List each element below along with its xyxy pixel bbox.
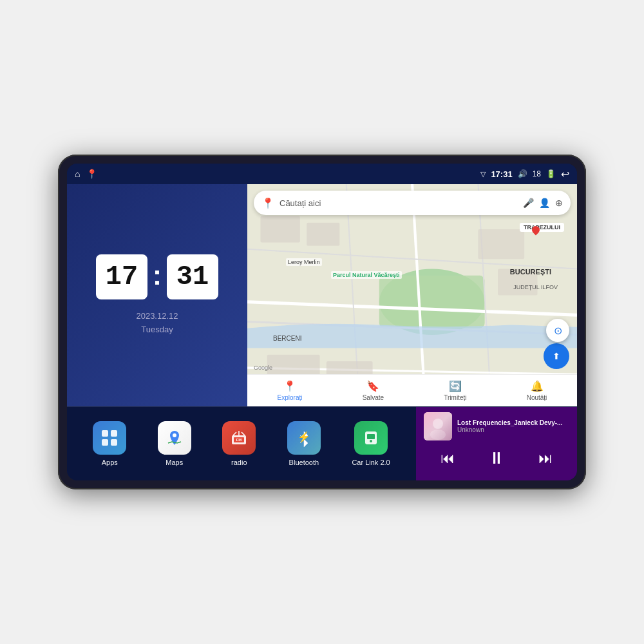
apps-panel: Apps Maps	[67, 407, 416, 480]
maps-label: Maps	[166, 459, 183, 466]
maps-icon-wrapper	[158, 421, 191, 455]
map-nav-share[interactable]: 🔄 Trimiteți	[444, 380, 466, 401]
map-nav-updates[interactable]: 🔔 Noutăți	[527, 380, 547, 401]
clock-date: 2023.12.12 Tuesday	[136, 310, 178, 337]
radio-icon-wrapper: FM	[222, 421, 256, 455]
music-panel: Lost Frequencies_Janieck Devy-... Unknow…	[416, 407, 577, 480]
svg-point-30	[370, 440, 372, 442]
map-search-bar[interactable]: 📍 Căutați aici 🎤 👤 ⊕	[254, 191, 571, 215]
map-bottom-nav: 📍 Explorați 🔖 Salvate 🔄 Trimiteți �	[247, 374, 577, 406]
svg-point-33	[430, 430, 446, 440]
my-location-button[interactable]: ⊙	[546, 319, 569, 342]
status-bar-right: ▽ 17:31 🔊 18 🔋 ↩	[480, 168, 569, 180]
map-nav-saved[interactable]: 🔖 Salvate	[363, 380, 384, 401]
svg-rect-11	[307, 223, 339, 246]
map-navigate-button[interactable]: ⬆	[544, 343, 569, 369]
home-icon[interactable]: ⌂	[75, 169, 80, 179]
music-controls: ⏮ ⏸ ⏭	[424, 446, 569, 471]
carlink-label: Car Link 2.0	[352, 459, 390, 466]
svg-rect-18	[102, 439, 108, 446]
svg-rect-12	[478, 229, 524, 259]
play-pause-button[interactable]: ⏸	[483, 446, 510, 471]
map-search-text[interactable]: Căutați aici	[279, 198, 518, 208]
status-bar: ⌂ 📍 ▽ 17:31 🔊 18 🔋 ↩	[67, 164, 577, 184]
music-text: Lost Frequencies_Janieck Devy-... Unknow…	[457, 419, 569, 433]
svg-text:⚡: ⚡	[298, 431, 310, 443]
bluetooth-icon-wrapper: ⚡	[287, 421, 321, 455]
layers-icon[interactable]: ⊕	[555, 198, 563, 208]
svg-line-24	[233, 432, 236, 435]
time-display: 17:31	[491, 169, 512, 179]
next-button[interactable]: ⏭	[533, 448, 558, 469]
share-icon: 🔄	[449, 380, 462, 392]
top-section: 17 : 31 2023.12.12 Tuesday	[67, 184, 577, 406]
maps-nav-icon[interactable]: 📍	[86, 169, 97, 179]
map-nav-explore[interactable]: 📍 Explorați	[278, 380, 303, 401]
navigate-arrow-icon: ⬆	[553, 351, 560, 361]
music-artist: Unknown	[457, 426, 569, 433]
clock-hour: 17	[96, 254, 147, 299]
map-label-parcul: Parcul Natural Văcărești	[331, 271, 402, 279]
location-target-icon: ⊙	[554, 325, 562, 337]
clock-panel: 17 : 31 2023.12.12 Tuesday	[67, 184, 247, 406]
volume-level: 18	[533, 169, 541, 178]
map-label-bucuresti: BUCUREȘTI	[510, 268, 551, 276]
svg-rect-10	[260, 216, 299, 243]
status-bar-left: ⌂ 📍	[75, 169, 97, 179]
maps-pin-icon: 📍	[261, 197, 274, 209]
map-label-leroy: Leroy Merlin	[286, 258, 322, 266]
share-label: Trimiteți	[444, 394, 466, 401]
car-headunit-device: ⌂ 📍 ▽ 17:31 🔊 18 🔋 ↩ 17 :	[58, 155, 586, 489]
svg-rect-16	[102, 430, 108, 437]
svg-rect-19	[111, 439, 117, 446]
app-item-apps[interactable]: Apps	[93, 421, 126, 466]
svg-point-32	[433, 419, 443, 429]
map-google-logo: Google	[254, 365, 272, 371]
device-screen: ⌂ 📍 ▽ 17:31 🔊 18 🔋 ↩ 17 :	[67, 164, 577, 480]
music-title: Lost Frequencies_Janieck Devy-...	[457, 419, 569, 426]
volume-icon: 🔊	[518, 169, 527, 178]
saved-label: Salvate	[363, 394, 384, 401]
svg-rect-29	[367, 434, 375, 439]
prev-button[interactable]: ⏮	[435, 448, 460, 469]
saved-icon: 🔖	[366, 380, 379, 392]
svg-rect-2	[379, 276, 485, 328]
svg-point-20	[173, 433, 176, 437]
battery-icon: 🔋	[546, 169, 556, 178]
app-item-maps[interactable]: Maps	[158, 421, 191, 466]
signal-icon: ▽	[480, 170, 486, 178]
back-icon[interactable]: ↩	[561, 168, 569, 180]
explore-label: Explorați	[278, 394, 303, 401]
updates-icon: 🔔	[531, 380, 544, 392]
radio-label: radio	[231, 459, 247, 466]
bluetooth-label: Bluetooth	[289, 459, 319, 466]
map-label-trapezului: TRAPEZULUI	[520, 223, 564, 232]
clock-display: 17 : 31	[96, 254, 218, 299]
apps-label: Apps	[102, 459, 118, 466]
music-album-art	[424, 412, 452, 440]
map-background	[247, 184, 577, 406]
carlink-icon-wrapper	[354, 421, 388, 455]
updates-label: Noutăți	[527, 394, 547, 401]
main-content: 17 : 31 2023.12.12 Tuesday	[67, 184, 577, 480]
app-item-bluetooth[interactable]: ⚡ Bluetooth	[287, 421, 321, 466]
app-item-radio[interactable]: FM radio	[222, 421, 256, 466]
svg-rect-17	[111, 430, 117, 437]
svg-line-25	[242, 432, 245, 435]
mic-icon[interactable]: 🎤	[523, 198, 534, 208]
bottom-section: Apps Maps	[67, 406, 577, 480]
clock-minute: 31	[167, 254, 218, 299]
map-label-ilfov: JUDEȚUL ILFOV	[513, 284, 558, 290]
app-item-carlink[interactable]: Car Link 2.0	[352, 421, 390, 466]
explore-icon: 📍	[283, 380, 296, 392]
account-icon[interactable]: 👤	[539, 198, 550, 208]
map-panel[interactable]: TRAPEZULUI BUCUREȘTI JUDEȚUL ILFOV BERCE…	[247, 184, 577, 406]
map-search-icons: 🎤 👤 ⊕	[523, 198, 563, 208]
svg-text:FM: FM	[236, 438, 242, 442]
album-art-image	[424, 412, 452, 440]
music-info: Lost Frequencies_Janieck Devy-... Unknow…	[424, 412, 569, 440]
clock-colon: :	[153, 260, 162, 291]
apps-icon-wrapper	[93, 421, 126, 455]
map-label-berceni: BERCENI	[273, 335, 301, 342]
